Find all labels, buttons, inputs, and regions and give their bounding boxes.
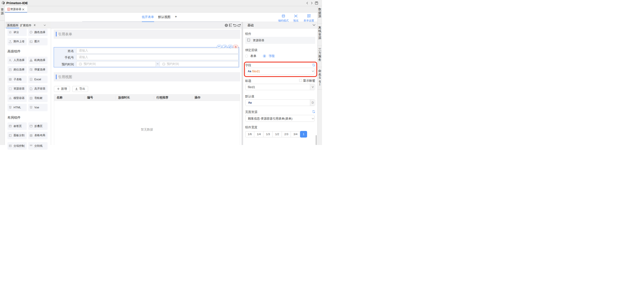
svg-text:Tab: Tab (10, 126, 11, 127)
